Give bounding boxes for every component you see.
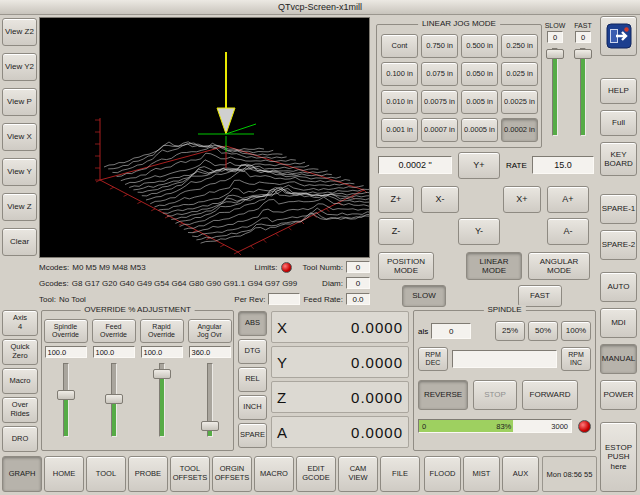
jog-0025-button[interactable]: 0.025 in (501, 62, 538, 86)
spindle-50-button[interactable]: 50% (528, 321, 558, 341)
slider-handle[interactable] (201, 421, 219, 431)
override-label-button[interactable]: Spindle Override (44, 319, 88, 343)
tool-number-value: 0 (346, 261, 370, 273)
view-x-button[interactable]: View X (2, 123, 37, 151)
flood-button[interactable]: FLOOD (424, 456, 461, 492)
view-z-button[interactable]: View Z (2, 193, 37, 221)
jog-a-minus-button[interactable]: A- (547, 218, 589, 245)
feed-rate-label: Feed Rate: (303, 295, 343, 304)
jog-0100-button[interactable]: 0.100 in (381, 62, 418, 86)
estop-button[interactable]: ESTOP PUSH here (600, 422, 637, 492)
spare2-button[interactable]: SPARE-2 (600, 230, 637, 260)
auto-mode-button[interactable]: AUTO (600, 272, 637, 302)
jog-00005-button[interactable]: 0.0005 in (461, 118, 498, 142)
probe-tab-button[interactable]: PROBE (128, 456, 168, 492)
quick-zero-button[interactable]: Quick Zero (2, 339, 38, 365)
mdi-mode-button[interactable]: MDI (600, 308, 637, 338)
macro-tab-button[interactable]: MACRO (254, 456, 294, 492)
aux-button[interactable]: AUX (502, 456, 539, 492)
overrides-button[interactable]: Over Rides (2, 397, 38, 423)
slider-handle[interactable] (574, 49, 592, 59)
axis-select-button[interactable]: Axis 4 (2, 310, 38, 336)
jog-x-plus-button[interactable]: X+ (503, 186, 541, 213)
view-y2-button[interactable]: View Y2 (2, 53, 37, 81)
view-p-button[interactable]: View P (2, 88, 37, 116)
jog-0075-button[interactable]: 0.075 in (421, 62, 458, 86)
override-label-button[interactable]: Feed Override (92, 319, 136, 343)
jog-0001-button[interactable]: 0.001 in (381, 118, 418, 142)
help-button[interactable]: HELP (600, 78, 637, 104)
jog-0005-button[interactable]: 0.005 in (461, 90, 498, 114)
spare1-button[interactable]: SPARE-1 (600, 194, 637, 224)
edit-gcode-tab-button[interactable]: EDIT GCODE (296, 456, 336, 492)
jog-00025-button[interactable]: 0.0025 in (501, 90, 538, 114)
jog-0750-button[interactable]: 0.750 in (421, 34, 458, 58)
tool-offsets-tab-button[interactable]: TOOL OFFSETS (170, 456, 210, 492)
spindle-reverse-button[interactable]: REVERSE (418, 380, 468, 410)
abs-tab[interactable]: ABS (238, 311, 267, 336)
jog-slow-slider[interactable] (546, 46, 564, 138)
file-tab-button[interactable]: FILE (380, 456, 420, 492)
position-mode-button[interactable]: POSITION MODE (378, 252, 434, 280)
slider-handle[interactable] (153, 369, 171, 379)
jog-00075-button[interactable]: 0.0075 in (421, 90, 458, 114)
slider-handle[interactable] (546, 49, 564, 59)
jog-y-minus-button[interactable]: Y- (458, 218, 500, 245)
jog-0050-button[interactable]: 0.050 in (461, 62, 498, 86)
override-label-button[interactable]: Rapid Override (140, 319, 184, 343)
graph-tab-button[interactable]: GRAPH (2, 456, 42, 492)
jog-y-plus-button[interactable]: Y+ (458, 152, 500, 179)
jog-z-minus-button[interactable]: Z- (378, 218, 414, 245)
tool-tab-button[interactable]: TOOL (86, 456, 126, 492)
jog-00002-button[interactable]: 0.0002 in (501, 118, 538, 142)
jog-cont-button[interactable]: Cont (381, 34, 418, 58)
dtg-tab[interactable]: DTG (238, 339, 267, 364)
jog-a-plus-button[interactable]: A+ (547, 186, 589, 213)
power-button[interactable]: POWER (600, 380, 637, 410)
angular-mode-button[interactable]: ANGULAR MODE (528, 252, 590, 280)
override-slider[interactable] (105, 361, 123, 439)
origin-offsets-tab-button[interactable]: ORGIN OFFSETS (212, 456, 252, 492)
cam-view-tab-button[interactable]: CAM VIEW (338, 456, 378, 492)
jog-00007-button[interactable]: 0.0007 in (421, 118, 458, 142)
macro-button[interactable]: Macro (2, 368, 38, 394)
view-y-button[interactable]: View Y (2, 158, 37, 186)
clear-button[interactable]: Clear (2, 228, 37, 256)
inch-tab[interactable]: INCH (238, 395, 267, 420)
titlebar[interactable]: QTvcp-Screen-x1mill (0, 0, 640, 15)
jog-fast-slider[interactable] (574, 46, 592, 138)
slider-handle[interactable] (57, 390, 75, 400)
graph-display[interactable] (39, 17, 370, 258)
override-slider[interactable] (201, 361, 219, 439)
shutdown-button[interactable] (600, 16, 637, 56)
manual-mode-button[interactable]: MANUAL (600, 344, 637, 374)
override-slider[interactable] (57, 361, 75, 439)
jog-slow-button[interactable]: SLOW (402, 285, 446, 307)
spindle-forward-button[interactable]: FORWARD (522, 380, 578, 410)
mist-button[interactable]: MIST (463, 456, 500, 492)
override-slider[interactable] (153, 361, 171, 439)
slider-handle[interactable] (105, 394, 123, 404)
override-label-button[interactable]: Angular Jog Ovr (188, 319, 232, 343)
jog-x-minus-button[interactable]: X- (421, 186, 459, 213)
spindle-stop-button[interactable]: STOP (473, 380, 517, 410)
rel-tab[interactable]: REL (238, 367, 267, 392)
per-rev-label: Per Rev: (234, 295, 265, 304)
spindle-100-button[interactable]: 100% (561, 321, 591, 341)
view-z2-button[interactable]: View Z2 (2, 18, 37, 46)
jog-fast-button[interactable]: FAST (518, 285, 562, 307)
fullscreen-button[interactable]: Full (600, 110, 637, 136)
spindle-25-button[interactable]: 25% (495, 321, 525, 341)
rpm-dec-button[interactable]: RPM DEC (418, 347, 448, 371)
jog-z-plus-button[interactable]: Z+ (378, 186, 414, 213)
jog-0500-button[interactable]: 0.500 in (461, 34, 498, 58)
limits-label: Limits: (254, 263, 277, 272)
home-tab-button[interactable]: HOME (44, 456, 84, 492)
jog-0250-button[interactable]: 0.250 in (501, 34, 538, 58)
linear-mode-button[interactable]: LINEAR MODE (466, 252, 522, 280)
dro-button[interactable]: DRO (2, 426, 38, 452)
spare-tab[interactable]: SPARE (238, 423, 267, 448)
rpm-inc-button[interactable]: RPM INC (561, 347, 591, 371)
jog-0010-button[interactable]: 0.010 in (381, 90, 418, 114)
keyboard-button[interactable]: KEY BOARD (600, 142, 637, 176)
